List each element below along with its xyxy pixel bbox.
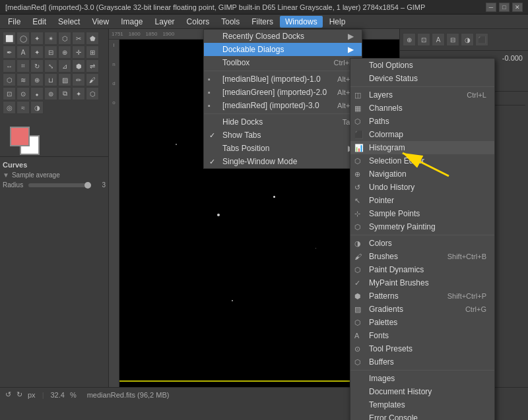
tool-blend[interactable]: ▨ xyxy=(58,73,71,86)
tool-free-select[interactable]: ✦ xyxy=(30,32,44,45)
undo-history-item[interactable]: ↺ Undo History xyxy=(350,181,494,194)
tool-scissors[interactable]: ✂ xyxy=(72,32,85,45)
tool-rectangle-select[interactable]: ⬜ xyxy=(3,32,16,45)
tool-pencil[interactable]: ✏ xyxy=(72,73,85,86)
menu-select[interactable]: Select xyxy=(53,16,85,28)
fonts-item[interactable]: A Fonts xyxy=(350,329,494,342)
tool-bucket-fill[interactable]: ⊔ xyxy=(44,73,57,86)
tool-text[interactable]: A xyxy=(16,45,30,59)
channels-item[interactable]: ▦ Channels xyxy=(350,102,494,115)
median-blue-item[interactable]: ▪ [medianBlue] (imported)-1.0 Alt+1 xyxy=(204,73,362,86)
tool-handle[interactable]: ⊕ xyxy=(30,73,44,86)
menu-tools[interactable]: Tools xyxy=(216,16,245,28)
right-icon-3[interactable]: A xyxy=(432,33,445,46)
paths-item[interactable]: ⬡ Paths xyxy=(350,115,494,128)
tool-color-picker[interactable]: ✦ xyxy=(30,45,44,59)
tool-paintbrush[interactable]: 🖌 xyxy=(86,73,99,86)
menu-file[interactable]: File xyxy=(3,16,26,28)
symmetry-painting-item[interactable]: ⬡ Symmetry Painting xyxy=(350,220,494,233)
tool-mypaint[interactable]: ⊚ xyxy=(44,87,57,100)
tool-paths[interactable]: ✒ xyxy=(3,45,16,59)
tool-fuzzy-select[interactable]: ✴ xyxy=(44,32,57,45)
colormap-item[interactable]: ⬛ Colormap xyxy=(350,128,494,141)
menu-help[interactable]: Help xyxy=(324,16,351,28)
tabs-position-item[interactable]: Tabs Position ▶ xyxy=(204,142,362,155)
dockable-dialogs-item[interactable]: Dockable Dialogs ▶ xyxy=(204,43,362,56)
tool-zoom[interactable]: ⊕ xyxy=(58,45,71,59)
hide-docks-item[interactable]: Hide Docks Tab xyxy=(204,115,362,129)
document-history-item[interactable]: Document History xyxy=(350,385,494,398)
tool-ink[interactable]: ⬥ xyxy=(30,87,44,100)
menu-image[interactable]: Image xyxy=(116,16,148,28)
menu-colors[interactable]: Colors xyxy=(182,16,215,28)
show-tabs-item[interactable]: ✓ Show Tabs xyxy=(204,129,362,142)
tool-measure[interactable]: ⊟ xyxy=(44,45,57,59)
histogram-item[interactable]: 📊 Histogram xyxy=(350,141,494,154)
selection-editor-item[interactable]: ⬡ Selection Editor xyxy=(350,154,494,167)
tool-shear[interactable]: ⊿ xyxy=(58,59,71,73)
tool-blur-sharpen[interactable]: ◎ xyxy=(3,101,16,114)
minimize-button[interactable]: ─ xyxy=(486,3,496,12)
undo-forward-button[interactable]: ↻ xyxy=(16,390,22,399)
mypaint-brushes-item[interactable]: ✓ MyPaint Brushes xyxy=(350,276,494,289)
menu-edit[interactable]: Edit xyxy=(27,16,51,28)
tool-move[interactable]: ✛ xyxy=(72,45,85,59)
tool-airbrush[interactable]: ⊙ xyxy=(16,87,30,100)
tool-eraser[interactable]: ⊡ xyxy=(3,87,16,100)
tool-perspective[interactable]: ⬢ xyxy=(72,59,85,73)
unit-selector[interactable]: px xyxy=(28,391,36,399)
tool-dodge-burn[interactable]: ◑ xyxy=(30,101,44,114)
tool-perspective-clone[interactable]: ⬡ xyxy=(86,87,99,100)
colors-dock-item[interactable]: ◑ Colors xyxy=(350,237,494,250)
tool-smudge[interactable]: ≈ xyxy=(16,101,30,114)
tool-select-by-color[interactable]: ⬡ xyxy=(58,32,71,45)
median-red-item[interactable]: ▪ [medianRed] (imported)-3.0 Alt+3 xyxy=(204,99,362,112)
menu-windows[interactable]: Windows xyxy=(280,16,323,28)
tool-crop[interactable]: ⌗ xyxy=(16,59,30,73)
layers-item[interactable]: ◫ Layers Ctrl+L xyxy=(350,88,494,102)
buffers-item[interactable]: ⬡ Buffers xyxy=(350,355,494,369)
sample-points-item[interactable]: ⊹ Sample Points xyxy=(350,207,494,220)
undo-back-button[interactable]: ↺ xyxy=(5,390,11,399)
toolbox-item[interactable]: Toolbox Ctrl+B xyxy=(204,56,362,69)
error-console-item[interactable]: Error Console xyxy=(350,411,494,420)
tool-align[interactable]: ⊞ xyxy=(86,45,99,59)
patterns-item[interactable]: ⬢ Patterns Shift+Ctrl+P xyxy=(350,289,494,303)
right-icon-2[interactable]: ⊡ xyxy=(417,33,430,46)
recently-closed-docks-item[interactable]: Recently Closed Docks ▶ xyxy=(204,30,362,43)
templates-item[interactable]: Templates xyxy=(350,398,494,411)
maximize-button[interactable]: □ xyxy=(499,3,510,12)
foreground-color-swatch[interactable] xyxy=(10,127,30,146)
right-icon-1[interactable]: ⊕ xyxy=(403,33,416,46)
tool-warp[interactable]: ≋ xyxy=(16,73,30,86)
radius-slider[interactable] xyxy=(28,183,91,187)
tool-clone[interactable]: ⧉ xyxy=(58,87,71,100)
tool-rotate[interactable]: ↻ xyxy=(30,59,44,73)
menu-layer[interactable]: Layer xyxy=(150,16,180,28)
tool-presets-item[interactable]: ⊙ Tool Presets xyxy=(350,342,494,355)
gradients-item[interactable]: ▨ Gradients Ctrl+G xyxy=(350,303,494,316)
device-status-item[interactable]: Device Status xyxy=(350,72,494,85)
tool-ellipse-select[interactable]: ◯ xyxy=(16,32,30,45)
tool-flip[interactable]: ⇌ xyxy=(86,59,99,73)
tool-transform[interactable]: ↔ xyxy=(3,59,16,73)
right-icon-5[interactable]: ◑ xyxy=(461,33,474,46)
images-item[interactable]: Images xyxy=(350,372,494,385)
tool-scale[interactable]: ⤡ xyxy=(44,59,57,73)
median-green-item[interactable]: ▪ [medianGreen] (imported)-2.0 Alt+2 xyxy=(204,86,362,99)
tool-heal[interactable]: ✦ xyxy=(72,87,85,100)
paint-dynamics-item[interactable]: ⬡ Paint Dynamics xyxy=(350,263,494,276)
navigation-item[interactable]: ⊕ Navigation xyxy=(350,167,494,181)
brushes-item[interactable]: 🖌 Brushes Shift+Ctrl+B xyxy=(350,250,494,263)
palettes-item[interactable]: ⬡ Palettes xyxy=(350,316,494,329)
tool-foreground-select[interactable]: ⬟ xyxy=(86,32,99,45)
menu-view[interactable]: View xyxy=(86,16,114,28)
right-icon-6[interactable]: ⬛ xyxy=(475,33,488,46)
right-icon-4[interactable]: ⊟ xyxy=(446,33,459,46)
tool-cage[interactable]: ⬡ xyxy=(3,73,16,86)
close-button[interactable]: ✕ xyxy=(512,3,523,12)
pointer-item[interactable]: ↖ Pointer xyxy=(350,194,494,207)
single-window-mode-item[interactable]: ✓ Single-Window Mode xyxy=(204,155,362,168)
menu-filters[interactable]: Filters xyxy=(246,16,279,28)
tool-options-item[interactable]: Tool Options xyxy=(350,59,494,72)
